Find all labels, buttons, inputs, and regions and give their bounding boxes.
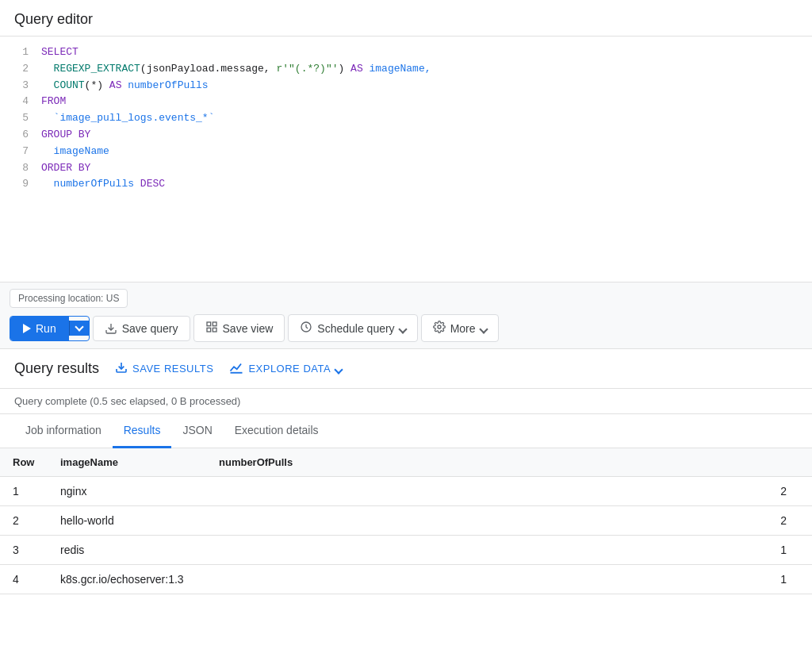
table-cell-numberOfPulls: 2	[206, 506, 812, 536]
svg-rect-2	[213, 322, 216, 326]
explore-data-button[interactable]: EXPLORE DATA	[229, 361, 342, 376]
toolbar-buttons: Run Save query	[10, 314, 802, 348]
run-button-group: Run	[10, 316, 90, 341]
save-results-button[interactable]: SAVE RESULTS	[115, 361, 213, 376]
table-cell-imageName: hello-world	[48, 506, 206, 536]
line-number: 3	[6, 78, 29, 94]
explore-chevron-icon	[334, 365, 343, 374]
table-row: 4k8s.gcr.io/echoserver:1.31	[0, 565, 812, 594]
code-content: `image_pull_logs.events_*`	[41, 110, 214, 127]
code-content: FROM	[41, 94, 66, 110]
code-content: imageName	[41, 144, 109, 160]
line-number: 4	[6, 94, 29, 110]
result-tab[interactable]: Execution details	[224, 414, 330, 448]
line-number: 2	[6, 61, 29, 78]
table-cell-imageName: k8s.gcr.io/echoserver:1.3	[48, 565, 206, 594]
save-query-label: Save query	[122, 322, 178, 335]
gear-icon	[433, 321, 446, 336]
code-content: SELECT	[41, 44, 79, 61]
results-table: RowimageNamenumberOfPulls 1nginx22hello-…	[0, 448, 812, 594]
table-header-Row: Row	[0, 448, 48, 477]
table-cell-imageName: redis	[48, 536, 206, 565]
result-tab[interactable]: Job information	[14, 414, 113, 448]
app-container: Query editor 1SELECT2 REGEXP_EXTRACT(jso…	[0, 0, 812, 661]
table-cell-row: 3	[0, 536, 48, 565]
table-cell-row: 1	[0, 477, 48, 506]
page-title: Query editor	[14, 11, 93, 27]
save-results-label: SAVE RESULTS	[132, 363, 213, 375]
code-line: 7 imageName	[0, 144, 812, 160]
table-cell-numberOfPulls: 1	[206, 536, 812, 565]
svg-rect-3	[213, 328, 216, 332]
table-header-imageName: imageName	[48, 448, 206, 477]
line-number: 1	[6, 44, 29, 61]
more-button[interactable]: More	[421, 314, 499, 342]
line-number: 9	[6, 176, 29, 193]
line-number: 6	[6, 127, 29, 144]
svg-rect-1	[207, 322, 211, 326]
code-line: 6GROUP BY	[0, 127, 812, 144]
table-cell-imageName: nginx	[48, 477, 206, 506]
table-row: 1nginx2	[0, 477, 812, 506]
svg-rect-4	[207, 328, 211, 332]
toolbar-area: Processing location: US Run	[0, 282, 812, 349]
clock-icon	[300, 321, 312, 336]
code-content: REGEXP_EXTRACT(jsonPayload.message, r'"(…	[41, 61, 431, 78]
schedule-query-button[interactable]: Schedule query	[288, 314, 417, 342]
chart-icon	[229, 361, 243, 376]
explore-data-label: EXPLORE DATA	[248, 363, 331, 375]
table-header-numberOfPulls: numberOfPulls	[206, 448, 812, 477]
table-row: 3redis1	[0, 536, 812, 565]
result-tab[interactable]: JSON	[171, 414, 223, 448]
results-title: Query results	[14, 360, 99, 377]
code-line: 8ORDER BY	[0, 160, 812, 177]
query-editor-header: Query editor	[0, 0, 812, 37]
code-line: 1SELECT	[0, 44, 812, 61]
line-number: 8	[6, 160, 29, 177]
svg-point-6	[438, 325, 441, 329]
table-row: 2hello-world2	[0, 506, 812, 536]
code-line: 3 COUNT(*) AS numberOfPulls	[0, 78, 812, 94]
more-label: More	[450, 322, 476, 335]
code-line: 2 REGEXP_EXTRACT(jsonPayload.message, r'…	[0, 61, 812, 78]
more-chevron-icon	[479, 325, 488, 333]
result-tab[interactable]: Results	[113, 414, 172, 448]
results-table-container: RowimageNamenumberOfPulls 1nginx22hello-…	[0, 448, 812, 594]
save-results-icon	[115, 361, 128, 376]
result-tabs: Job informationResultsJSONExecution deta…	[0, 414, 812, 448]
save-view-button[interactable]: Save view	[193, 314, 285, 342]
code-content: COUNT(*) AS numberOfPulls	[41, 78, 209, 94]
run-button-label: Run	[36, 322, 56, 335]
code-line: 9 numberOfPulls DESC	[0, 176, 812, 193]
run-button[interactable]: Run	[10, 317, 69, 340]
processing-location: Processing location: US	[10, 289, 128, 308]
line-number: 7	[6, 144, 29, 160]
table-cell-row: 2	[0, 506, 48, 536]
table-cell-row: 4	[0, 565, 48, 594]
save-view-label: Save view	[223, 322, 274, 335]
code-content: ORDER BY	[41, 160, 90, 177]
code-content: numberOfPulls DESC	[41, 176, 165, 193]
code-content: GROUP BY	[41, 127, 90, 144]
save-icon	[105, 322, 117, 335]
results-header: Query results SAVE RESULTS EXPLORE DATA	[0, 349, 812, 389]
play-icon	[23, 324, 31, 333]
schedule-query-label: Schedule query	[317, 322, 394, 335]
line-number: 5	[6, 110, 29, 127]
code-line: 5 `image_pull_logs.events_*`	[0, 110, 812, 127]
grid-icon	[205, 321, 218, 336]
run-dropdown-button[interactable]	[69, 321, 89, 336]
chevron-down-icon	[75, 322, 83, 331]
code-editor[interactable]: 1SELECT2 REGEXP_EXTRACT(jsonPayload.mess…	[0, 37, 812, 282]
table-cell-numberOfPulls: 1	[206, 565, 812, 594]
save-query-button[interactable]: Save query	[93, 316, 190, 341]
query-status: Query complete (0.5 sec elapsed, 0 B pro…	[0, 389, 812, 414]
code-line: 4FROM	[0, 94, 812, 110]
schedule-chevron-icon	[398, 325, 407, 333]
table-cell-numberOfPulls: 2	[206, 477, 812, 506]
